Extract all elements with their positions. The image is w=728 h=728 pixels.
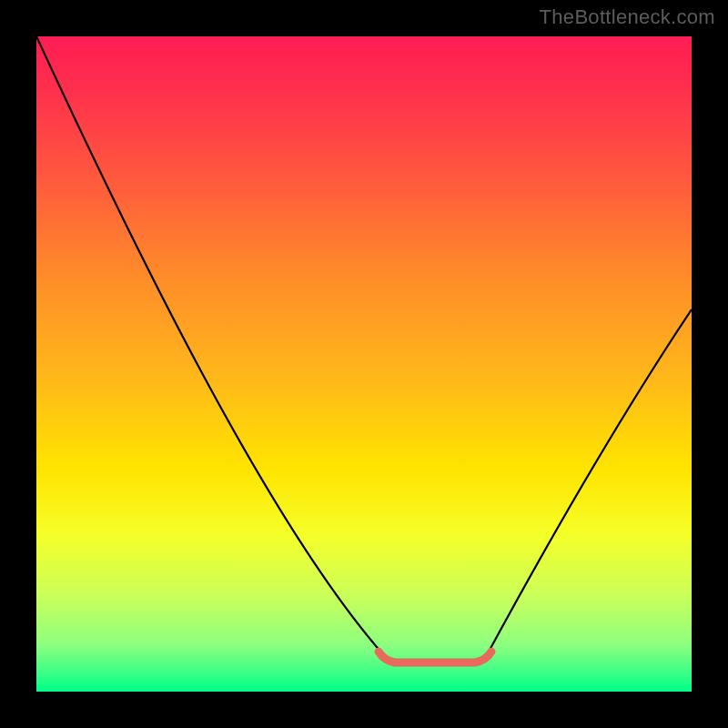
- chart-frame: TheBottleneck.com: [0, 0, 728, 728]
- left-curve: [36, 36, 382, 653]
- watermark-text: TheBottleneck.com: [540, 5, 715, 29]
- right-curve: [488, 309, 692, 653]
- curves-layer: [36, 36, 692, 692]
- bottom-valley-segment: [379, 652, 491, 662]
- plot-area: [36, 36, 692, 692]
